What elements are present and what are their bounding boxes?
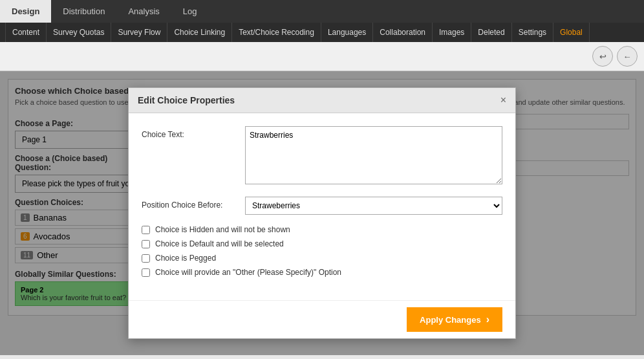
nav-survey-quotas[interactable]: Survey Quotas — [47, 23, 111, 42]
checkbox-other-label: Choice will provide an "Other (Please Sp… — [155, 268, 341, 277]
checkbox-pegged[interactable] — [142, 254, 150, 263]
back-button[interactable]: ← — [617, 46, 638, 67]
secondary-navigation: Content Survey Quotas Survey Flow Choice… — [0, 23, 644, 42]
tab-design[interactable]: Design — [0, 0, 51, 23]
position-choice-control: Straweberries — [245, 197, 502, 215]
nav-languages[interactable]: Languages — [321, 23, 373, 42]
modal-close-button[interactable]: × — [500, 94, 506, 106]
apply-changes-button[interactable]: Apply Changes › — [407, 307, 502, 332]
nav-deleted[interactable]: Deleted — [471, 23, 511, 42]
checkbox-row-pegged: Choice is Pegged — [142, 254, 502, 263]
checkbox-pegged-label: Choice is Pegged — [155, 254, 216, 263]
checkbox-other[interactable] — [142, 268, 150, 277]
modal-title: Edit Choice Properties — [138, 95, 235, 105]
position-choice-row: Position Choice Before: Straweberries — [142, 197, 502, 215]
nav-survey-flow[interactable]: Survey Flow — [111, 23, 167, 42]
tab-log[interactable]: Log — [171, 0, 209, 23]
nav-collaboration[interactable]: Collaboration — [373, 23, 433, 42]
modal-overlay: Edit Choice Properties × Choice Text: Po… — [0, 71, 644, 355]
position-choice-label: Position Choice Before: — [142, 197, 245, 210]
modal-checkboxes: Choice is Hidden and will not be shown C… — [142, 225, 502, 277]
modal-header: Edit Choice Properties × — [129, 88, 515, 113]
back-icon: ← — [623, 52, 632, 61]
tab-analysis[interactable]: Analysis — [116, 0, 171, 23]
nav-content[interactable]: Content — [5, 23, 47, 42]
choice-text-label: Choice Text: — [142, 126, 245, 139]
apply-changes-label: Apply Changes — [420, 315, 481, 325]
nav-text-choice-recoding[interactable]: Text/Choice Recoding — [232, 23, 321, 42]
checkbox-hidden[interactable] — [142, 226, 150, 234]
checkbox-row-hidden: Choice is Hidden and will not be shown — [142, 225, 502, 234]
nav-choice-linking[interactable]: Choice Linking — [167, 23, 232, 42]
nav-images[interactable]: Images — [433, 23, 471, 42]
undo-button[interactable]: ↩ — [592, 46, 613, 67]
main-content: Choose which Choice based Question to us… — [0, 71, 644, 355]
checkbox-row-default: Choice is Default and will be selected — [142, 239, 502, 248]
tab-distribution[interactable]: Distribution — [51, 0, 116, 23]
choice-text-row: Choice Text: — [142, 126, 502, 186]
apply-arrow-icon: › — [486, 314, 489, 325]
position-choice-select[interactable]: Straweberries — [245, 197, 502, 215]
choice-text-input[interactable] — [245, 126, 502, 184]
nav-global[interactable]: Global — [553, 23, 590, 42]
choice-text-control — [245, 126, 502, 186]
nav-settings[interactable]: Settings — [512, 23, 553, 42]
toolbar: ↩ ← — [0, 42, 644, 71]
checkbox-default[interactable] — [142, 240, 150, 248]
modal-body: Choice Text: Position Choice Before: Str… — [129, 113, 515, 300]
top-navigation: Design Distribution Analysis Log — [0, 0, 644, 23]
checkbox-row-other: Choice will provide an "Other (Please Sp… — [142, 268, 502, 277]
checkbox-hidden-label: Choice is Hidden and will not be shown — [155, 225, 290, 234]
edit-choice-modal: Edit Choice Properties × Choice Text: Po… — [128, 87, 516, 339]
checkbox-default-label: Choice is Default and will be selected — [155, 239, 284, 248]
modal-footer: Apply Changes › — [129, 300, 515, 338]
undo-icon: ↩ — [599, 52, 606, 61]
